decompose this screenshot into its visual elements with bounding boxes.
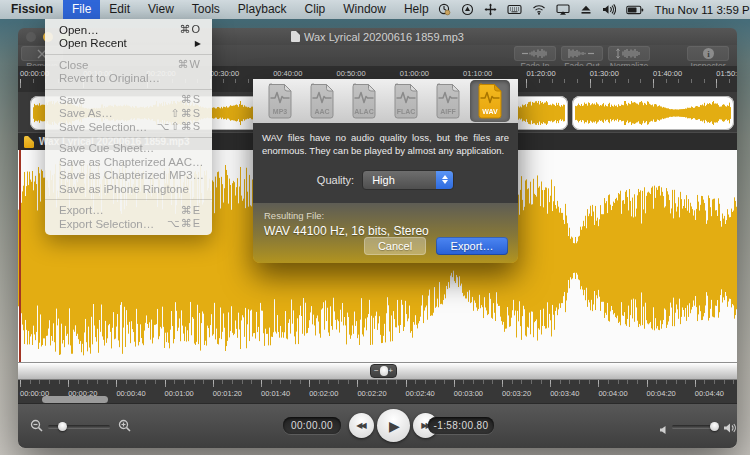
zoom-slider-knob[interactable] [58,422,67,431]
menu-item-export[interactable]: Export…⌘E [45,204,212,218]
menu-item-save-selection[interactable]: Save Selection…⌥⇧⌘S [45,120,212,134]
export-button[interactable]: Export… [436,237,508,255]
zoom-in-icon[interactable] [118,419,132,437]
play-icon: ▶ [389,418,400,434]
stepper-arrows-icon[interactable] [436,171,453,189]
menu-item-label: Open… [59,24,179,36]
menubar-menu-clip[interactable]: Clip [296,0,335,19]
zoom-in-mini-icon[interactable]: + [388,367,393,375]
quality-label: Quality: [317,174,354,186]
normalize-icon [608,46,650,61]
zoom-control[interactable]: − + [370,364,397,378]
rewind-icon: ◀◀ [356,421,364,430]
world-clock-icon[interactable] [438,3,451,16]
menu-item-label: Export… [59,204,181,216]
play-button[interactable]: ▶ [377,409,410,442]
menu-item-save-as-chapterized-mp3[interactable]: Save as Chapterized MP3… [45,169,212,183]
format-aiff[interactable]: AIFF [428,80,468,122]
menu-item-shortcut: ⌘O [179,23,201,36]
fade-in-icon [514,46,556,61]
eject-icon[interactable] [580,4,592,15]
svg-text:MP3: MP3 [273,108,288,115]
scrollbar-thumb[interactable] [42,396,108,403]
menu-item-save-as-iphone-ringtone[interactable]: Save as iPhone Ringtone [45,182,212,196]
menu-item-save[interactable]: Save⌘S [45,93,212,107]
menubar-app-name[interactable]: Fission [0,0,63,19]
menu-item-label: Export Selection… [59,218,167,230]
menu-item-close[interactable]: Close⌘W [45,58,212,72]
ruler-time-label: 00:04:20 [647,389,676,398]
menu-item-label: Save Cue Sheet… [59,142,201,154]
elapsed-time-display: 00:00.00 [283,417,341,434]
svg-text:WAV: WAV [482,108,498,115]
bottom-time-ruler[interactable]: 00:00:0000:00:2000:00:4000:01:0000:01:20… [18,380,737,403]
ruler-time-label: 00:03:20 [502,389,531,398]
zoom-out-mini-icon[interactable]: − [374,367,379,375]
playhead[interactable] [19,150,21,362]
menubar-menu-view[interactable]: View [139,0,183,19]
quality-popup[interactable]: High [362,170,454,190]
menubar-menu-playback[interactable]: Playback [229,0,296,19]
svg-text:ALAC: ALAC [354,108,373,115]
menu-item-open-recent[interactable]: Open Recent▶ [45,37,212,51]
menu-item-save-as[interactable]: Save As…⇧⌘S [45,107,212,121]
ruler-time-label: 00:03:00 [454,389,483,398]
window-title: Wax Lyrical 20200616 1859.mp3 [291,31,464,43]
menu-separator [45,54,212,55]
menubar-menu-window[interactable]: Window [334,0,395,19]
ruler-time-label: 00:02:20 [357,389,386,398]
menu-item-open[interactable]: Open…⌘O [45,23,212,37]
menu-item-save-cue-sheet[interactable]: Save Cue Sheet… [45,142,212,156]
menu-item-save-as-chapterized-aac[interactable]: Save as Chapterized AAC… [45,155,212,169]
window-title-text: Wax Lyrical 20200616 1859.mp3 [304,31,464,43]
ruler-time-label: 00:00:40 [116,389,145,398]
ruler-time-label: 00:04:40 [695,389,724,398]
keyboard-icon[interactable] [507,4,522,15]
format-wav[interactable]: WAV [470,80,510,122]
battery-icon[interactable] [626,5,644,15]
ruler-time-label: 00:01:00 [165,389,194,398]
bottom-ruler-major-ticks [20,380,737,387]
zoom-strip: − + [18,362,737,380]
svg-text:AIFF: AIFF [440,108,456,115]
format-selector: MP3 AAC ALAC FLAC AIFF WAV [253,79,518,123]
format-alac[interactable]: ALAC [344,80,384,122]
move-icon[interactable] [484,3,497,16]
format-mp3[interactable]: MP3 [260,80,300,122]
overview-clip-2[interactable] [572,96,734,130]
menu-item-label: Save [59,94,181,106]
volume-icon[interactable] [602,4,616,15]
remaining-time-display: -1:58:00.80 [428,417,494,434]
menubar-menu-help[interactable]: Help [395,0,438,19]
ruler-time-label: 00:01:40 [261,389,290,398]
cancel-button[interactable]: Cancel [364,237,426,255]
transport-bar: 00:00.00 ◀◀ ▶ ▶▶ -1:58:00.80 [18,403,737,448]
menubar-menu-tools[interactable]: Tools [183,0,229,19]
sheet-footer: Resulting File: WAV 44100 Hz, 16 bits, S… [253,203,518,263]
quality-value: High [363,174,395,186]
menu-item-label: Save Selection… [59,121,157,133]
volume-slider-knob[interactable] [710,422,719,431]
wifi-icon[interactable] [532,4,546,15]
menu-item-shortcut: ⇧⌘S [170,107,201,120]
rewind-button[interactable]: ◀◀ [349,413,374,438]
zoom-out-icon[interactable] [30,419,44,437]
menu-item-export-selection[interactable]: Export Selection…⌥⌘E [45,217,212,231]
format-aac[interactable]: AAC [302,80,342,122]
ruler-time-label: 01:20:00 [526,69,555,78]
ruler-time-label: 00:04:00 [598,389,627,398]
menu-item-revert-to-original[interactable]: Revert to Original… [45,72,212,86]
menu-item-label: Open Recent [59,37,195,49]
airplay-icon[interactable] [556,4,570,15]
track-file-icon [24,136,34,148]
format-flac[interactable]: FLAC [386,80,426,122]
format-description: WAV files have no audio quality loss, bu… [262,131,509,158]
menu-item-label: Revert to Original… [59,72,201,84]
ruler-time-label: 00:01:20 [213,389,242,398]
menubar-clock[interactable]: Thu Nov 11 3:59 PM [655,4,750,16]
zoom-knob[interactable] [380,366,388,376]
close-window-icon[interactable] [26,32,36,42]
menubar-menu-file[interactable]: File [63,0,100,19]
upload-circle-icon[interactable] [461,3,474,16]
menubar-menu-edit[interactable]: Edit [100,0,139,19]
